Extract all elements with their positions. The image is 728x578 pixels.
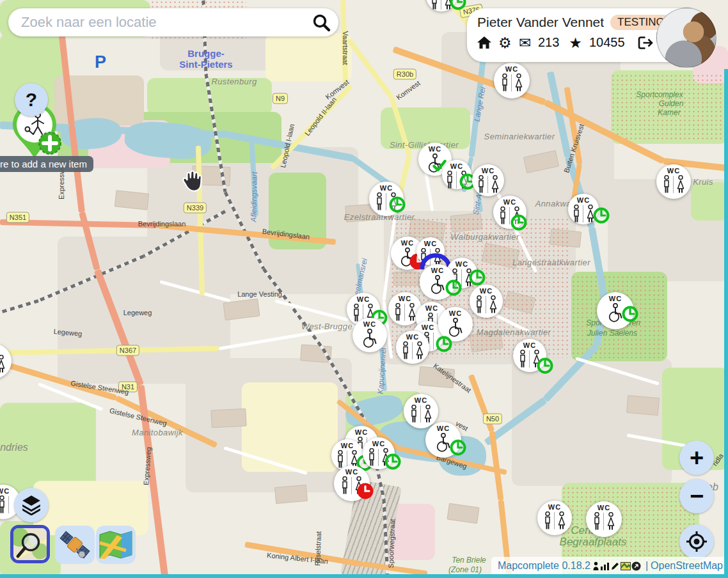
map-label: Lange Vesting xyxy=(237,290,282,298)
toilet-marker-label: WC xyxy=(597,504,611,512)
attribution-bar: Mapcomplete 0.18.2 | OpenStreetMap xyxy=(491,557,728,575)
toilet-marker[interactable]: WC xyxy=(568,194,599,224)
messages-envelope-icon[interactable]: ✉ xyxy=(519,36,531,50)
toilet-marker[interactable]: WC xyxy=(369,182,404,216)
share-circle-icon[interactable] xyxy=(631,561,641,571)
crosshair-icon xyxy=(685,530,708,553)
contributor-icon[interactable] xyxy=(592,561,599,571)
map-label: Magdalenakwartier xyxy=(477,327,551,337)
map-label: Sint-Pieters xyxy=(179,59,232,70)
toilet-marker-label: WC xyxy=(341,442,354,449)
toilet-marker-label: WC xyxy=(372,440,386,448)
toilet-marker-label: WC xyxy=(437,425,450,432)
toilet-marker-label: WC xyxy=(357,295,370,303)
toilet-marker[interactable]: WC xyxy=(334,465,370,501)
toilet-marker[interactable]: WC xyxy=(494,63,530,98)
restroom-figures-icon xyxy=(0,355,6,374)
toilet-marker[interactable]: WC xyxy=(470,285,503,318)
map-label: (Zone 01) xyxy=(448,565,482,574)
zoom-in-label: + xyxy=(690,446,704,470)
search-input[interactable] xyxy=(20,13,312,31)
search-icon[interactable] xyxy=(312,13,331,32)
magnifier-icon xyxy=(13,528,47,560)
mapcomplete-version-link[interactable]: Mapcomplete 0.18.2 xyxy=(498,560,590,572)
help-button[interactable]: ? xyxy=(15,83,48,116)
toilet-marker[interactable]: WC xyxy=(420,264,455,300)
map-label: Afleidingsvaart xyxy=(249,172,258,223)
toilet-marker[interactable]: WC xyxy=(425,422,461,458)
map-label: Sportcomplex xyxy=(636,90,683,99)
map-label: Gulden xyxy=(659,99,684,108)
toilet-marker[interactable]: WC xyxy=(513,339,546,372)
map-style-osm-button[interactable] xyxy=(10,525,50,563)
edit-pencil-icon[interactable] xyxy=(610,561,620,571)
user-name[interactable]: Pieter Vander Vennet xyxy=(477,15,604,30)
map-label: Langestraatkwartier xyxy=(512,258,590,267)
geolocate-button[interactable] xyxy=(679,524,714,559)
wheelchair-icon xyxy=(360,329,380,348)
toilet-marker-label: WC xyxy=(345,468,359,476)
map-label: Kamer xyxy=(658,108,680,117)
zoom-in-button[interactable]: + xyxy=(679,441,714,475)
toilet-marker[interactable]: WC xyxy=(426,0,457,12)
toilet-marker-label: WC xyxy=(667,167,681,175)
background-map-icon[interactable] xyxy=(621,562,631,570)
restroom-figures-icon xyxy=(340,476,364,496)
osm-carto-thumbnail xyxy=(13,528,47,560)
map-style-map-button[interactable] xyxy=(96,526,136,564)
toilet-marker[interactable]: WC xyxy=(537,501,572,535)
map-label: Julien Saelens xyxy=(587,329,637,338)
toilet-marker[interactable]: WC xyxy=(597,292,634,329)
toilet-marker-label: WC xyxy=(422,324,435,331)
add-item-tooltip: re to add a new item xyxy=(0,156,93,172)
toilet-marker[interactable]: WC xyxy=(442,160,471,189)
restroom-figures-icon xyxy=(500,74,524,93)
right-edge-strip xyxy=(724,69,728,578)
map-canvas[interactable]: N376R30bN9N339N351N367N31N50PBrugge-Sint… xyxy=(0,0,728,578)
toilet-marker[interactable]: WC xyxy=(396,331,429,364)
zoom-out-button[interactable]: − xyxy=(679,479,714,513)
wheelchair-icon xyxy=(427,275,448,295)
restroom-figures-icon xyxy=(367,448,391,467)
toilet-marker[interactable]: WC xyxy=(493,196,526,229)
logout-icon[interactable] xyxy=(637,36,653,50)
toilet-marker-label: WC xyxy=(401,239,415,247)
toilet-marker[interactable]: WC xyxy=(0,344,12,379)
toilet-marker[interactable]: WC xyxy=(438,307,473,341)
home-icon[interactable] xyxy=(477,36,491,49)
toilet-marker-label: WC xyxy=(406,333,420,341)
help-label: ? xyxy=(26,89,37,111)
map-style-satellite-button[interactable] xyxy=(55,526,95,564)
road-ref-pill: N351 xyxy=(6,212,29,223)
openstreetmap-link[interactable]: OpenStreetMap xyxy=(651,560,723,572)
layers-button[interactable] xyxy=(14,488,49,522)
toilet-marker[interactable]: WC xyxy=(472,164,504,196)
user-avatar[interactable] xyxy=(656,8,716,68)
restroom-figures-icon xyxy=(477,175,500,194)
toilet-marker[interactable]: WC xyxy=(656,164,691,199)
map-label: Ten Briele xyxy=(452,556,486,565)
restroom-figures-icon xyxy=(409,405,433,424)
map-label: Manitobawijk xyxy=(132,428,183,437)
plus-badge-icon xyxy=(38,131,62,155)
zoom-out-label: − xyxy=(690,484,704,508)
toilet-marker[interactable]: WC xyxy=(352,318,387,352)
wheelchair-icon xyxy=(605,303,626,323)
statistics-icon[interactable] xyxy=(600,561,610,570)
map-blk-patch xyxy=(447,503,479,524)
restroom-figures-icon xyxy=(543,512,567,531)
toilet-marker-label: WC xyxy=(431,267,445,274)
toilet-marker-label: WC xyxy=(577,196,590,204)
restroom-figures-icon xyxy=(445,171,469,190)
map-res-patch xyxy=(512,358,672,486)
toilet-marker[interactable]: WC xyxy=(586,501,622,537)
restroom-figures-icon xyxy=(592,512,616,531)
toilet-marker-label: WC xyxy=(548,503,562,511)
toilet-marker-label: WC xyxy=(380,184,393,192)
toilet-marker[interactable]: WC xyxy=(363,437,395,469)
hand-grab-icon xyxy=(181,169,204,197)
toilet-marker[interactable]: WC xyxy=(416,237,445,265)
toilet-marker[interactable]: WC xyxy=(404,394,438,428)
satellite-icon xyxy=(58,528,92,561)
settings-gear-icon[interactable]: ⚙ xyxy=(498,36,512,50)
